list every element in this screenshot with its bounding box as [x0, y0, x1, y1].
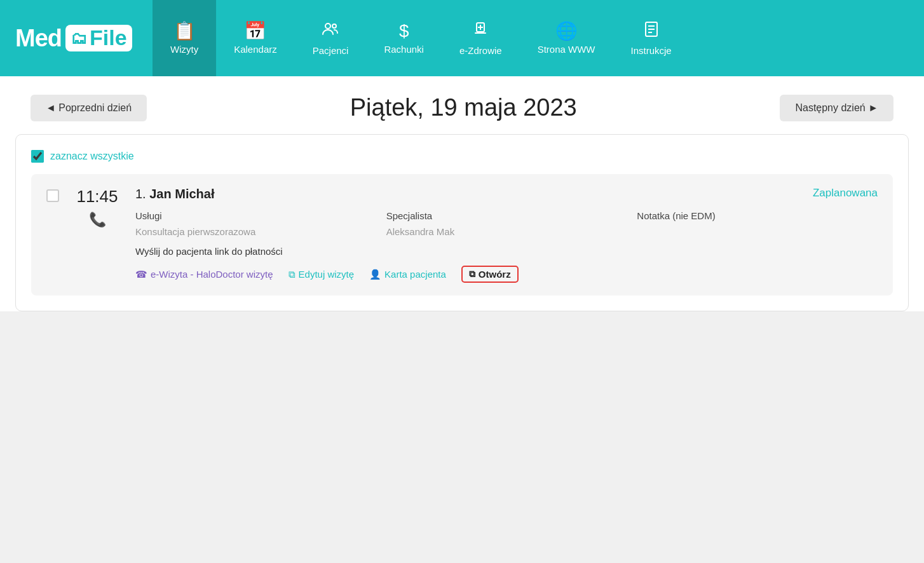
pacjenci-icon: [322, 20, 339, 41]
prev-day-label: ◄ Poprzedni dzień: [46, 102, 132, 114]
nav-wizyty-label: Wizyty: [170, 44, 198, 55]
nav-kalendarz[interactable]: 📅 Kalendarz: [216, 0, 295, 76]
nav-pacjenci-label: Pacjenci: [313, 45, 349, 56]
wizyty-icon: 📋: [173, 22, 196, 40]
appointment-card: 11:45 📞 1. Jan Michał Zaplanowana Usługi…: [31, 174, 893, 295]
select-all-checkbox[interactable]: [31, 150, 44, 163]
instrukcje-icon: [642, 20, 660, 41]
app-logo: Med 🗂File: [15, 25, 132, 52]
date-nav: ◄ Poprzedni dzień Piątek, 19 maja 2023 N…: [0, 76, 924, 134]
note-header: Notatka (nie EDM): [637, 210, 878, 221]
e-wizyta-icon: ☎: [135, 269, 147, 280]
patient-card-label: Karta pacjenta: [384, 269, 446, 280]
e-wizyta-label: e-Wizyta - HaloDoctor wizytę: [151, 269, 273, 280]
navbar: Med 🗂File 📋 Wizyty 📅 Kalendarz: [0, 0, 924, 76]
nav-kalendarz-label: Kalendarz: [234, 44, 277, 55]
apt-time: 11:45: [76, 187, 118, 207]
nav-strona-www-label: Strona WWW: [538, 44, 595, 55]
apt-checkbox[interactable]: [46, 189, 59, 202]
strona-www-icon: 🌐: [555, 22, 578, 40]
nav-strona-www[interactable]: 🌐 Strona WWW: [520, 0, 613, 76]
ezdrowie-icon: [472, 20, 489, 41]
services-header: Usługi: [135, 210, 376, 221]
nav-instrukcje[interactable]: Instrukcje: [613, 0, 690, 76]
prev-day-button[interactable]: ◄ Poprzedni dzień: [31, 95, 147, 121]
open-button[interactable]: ⧉ Otwórz: [461, 266, 519, 283]
select-all-label[interactable]: zaznacz wszystkie: [50, 151, 134, 162]
apt-payment-row: Wyślij do pacjenta link do płatności: [135, 246, 878, 257]
nav-ezdrowie[interactable]: e-Zdrowie: [442, 0, 520, 76]
edit-visit-label: Edytuj wizytę: [299, 269, 355, 280]
apt-info-grid: Usługi Specjalista Notatka (nie EDM) Kon…: [135, 210, 878, 237]
services-value: Konsultacja pierwszorazowa: [135, 226, 376, 237]
e-wizyta-link[interactable]: ☎ e-Wizyta - HaloDoctor wizytę: [135, 269, 273, 280]
nav-rachunki[interactable]: $ Rachunki: [366, 0, 442, 76]
current-date: Piątek, 19 maja 2023: [350, 94, 577, 121]
edit-visit-link[interactable]: ⧉ Edytuj wizytę: [289, 269, 355, 280]
apt-checkbox-col: [46, 187, 59, 283]
nav-wizyty[interactable]: 📋 Wizyty: [153, 0, 216, 76]
nav-instrukcje-label: Instrukcje: [631, 45, 672, 56]
specialist-value: Aleksandra Mak: [386, 226, 627, 237]
nav-rachunki-label: Rachunki: [384, 44, 424, 55]
select-all-row: zaznacz wszystkie: [31, 150, 893, 163]
logo: Med 🗂File: [0, 0, 153, 76]
appointments-section: zaznacz wszystkie 11:45 📞 1. Jan Michał: [15, 134, 909, 311]
nav-ezdrowie-label: e-Zdrowie: [459, 45, 502, 56]
open-icon: ⧉: [469, 269, 475, 280]
logo-med: Med: [15, 25, 62, 52]
apt-details-col: 1. Jan Michał Zaplanowana Usługi Specjal…: [135, 187, 878, 283]
apt-patient-row: 1. Jan Michał Zaplanowana: [135, 187, 878, 201]
specialist-header: Specjalista: [386, 210, 627, 221]
edit-visit-icon: ⧉: [289, 269, 296, 280]
svg-point-0: [325, 24, 330, 29]
logo-file: 🗂File: [65, 25, 132, 51]
nav-pacjenci[interactable]: Pacjenci: [295, 0, 367, 76]
rachunki-icon: $: [399, 22, 409, 40]
phone-icon: 📞: [89, 212, 106, 228]
apt-time-col: 11:45 📞: [72, 187, 123, 283]
patient-card-icon: 👤: [369, 269, 381, 280]
nav-items: 📋 Wizyty 📅 Kalendarz Pacjenci $ Rachunki: [153, 0, 924, 76]
patient-card-link[interactable]: 👤 Karta pacjenta: [369, 269, 446, 280]
main-content: ◄ Poprzedni dzień Piątek, 19 maja 2023 N…: [0, 76, 924, 311]
kalendarz-icon: 📅: [244, 22, 266, 40]
note-value: [637, 226, 878, 237]
svg-point-1: [332, 24, 336, 28]
apt-status: Zaplanowana: [813, 187, 878, 200]
apt-patient-name: 1. Jan Michał: [135, 187, 215, 201]
next-day-button[interactable]: Następny dzień ►: [780, 95, 893, 121]
open-label: Otwórz: [479, 269, 511, 280]
apt-actions-row: ☎ e-Wizyta - HaloDoctor wizytę ⧉ Edytuj …: [135, 266, 878, 283]
next-day-label: Następny dzień ►: [795, 102, 878, 114]
